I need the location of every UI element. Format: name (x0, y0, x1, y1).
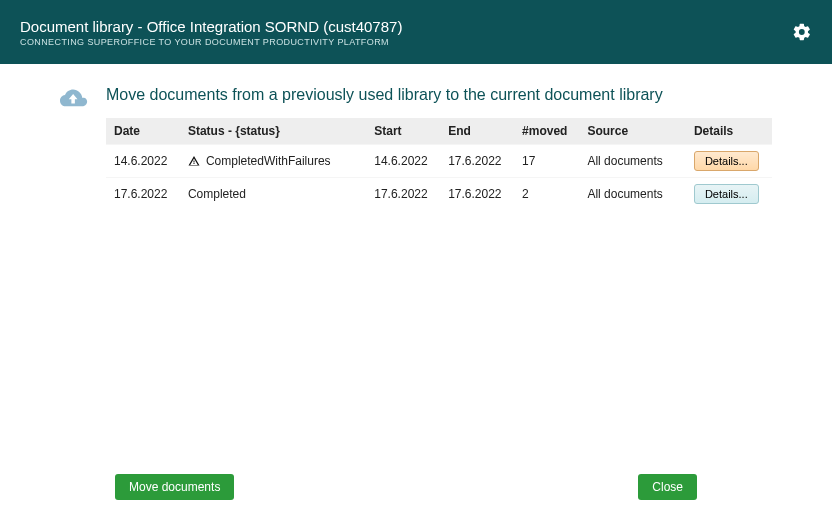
move-documents-button[interactable]: Move documents (115, 474, 234, 500)
cell-end: 17.6.2022 (440, 178, 514, 211)
table-row: 14.6.2022CompletedWithFailures14.6.20221… (106, 145, 772, 178)
table-row: 17.6.2022Completed17.6.202217.6.20222All… (106, 178, 772, 211)
cloud-upload-icon (60, 88, 88, 112)
col-header-end: End (440, 118, 514, 145)
col-header-source: Source (579, 118, 686, 145)
cell-source: All documents (579, 145, 686, 178)
col-header-start: Start (366, 118, 440, 145)
section-title: Move documents from a previously used li… (106, 86, 772, 104)
cell-date: 14.6.2022 (106, 145, 180, 178)
col-header-details: Details (686, 118, 772, 145)
cell-start: 17.6.2022 (366, 178, 440, 211)
cell-moved: 17 (514, 145, 579, 178)
cell-date: 17.6.2022 (106, 178, 180, 211)
app-header: Document library - Office Integration SO… (0, 0, 832, 64)
cell-details: Details... (686, 178, 772, 211)
col-header-date: Date (106, 118, 180, 145)
gear-icon[interactable] (792, 22, 812, 42)
main-body: Move documents from a previously used li… (0, 64, 832, 210)
page-title: Document library - Office Integration SO… (20, 18, 402, 35)
page-subtitle: CONNECTING SUPEROFFICE TO YOUR DOCUMENT … (20, 37, 402, 47)
cell-status: Completed (180, 178, 366, 211)
header-text-block: Document library - Office Integration SO… (20, 18, 402, 47)
cell-end: 17.6.2022 (440, 145, 514, 178)
table-body: 14.6.2022CompletedWithFailures14.6.20221… (106, 145, 772, 211)
cell-details: Details... (686, 145, 772, 178)
warning-icon (188, 155, 200, 167)
cell-moved: 2 (514, 178, 579, 211)
footer-actions: Move documents Close (115, 474, 697, 500)
cell-source: All documents (579, 178, 686, 211)
col-header-status: Status - {status} (180, 118, 366, 145)
close-button[interactable]: Close (638, 474, 697, 500)
status-text: Completed (188, 187, 246, 201)
cell-start: 14.6.2022 (366, 145, 440, 178)
status-text: CompletedWithFailures (206, 154, 331, 168)
table-header-row: Date Status - {status} Start End #moved … (106, 118, 772, 145)
cell-status: CompletedWithFailures (180, 145, 366, 178)
documents-table: Date Status - {status} Start End #moved … (106, 118, 772, 210)
details-button[interactable]: Details... (694, 151, 759, 171)
main-content: Move documents from a previously used li… (106, 86, 772, 210)
details-button[interactable]: Details... (694, 184, 759, 204)
col-header-moved: #moved (514, 118, 579, 145)
